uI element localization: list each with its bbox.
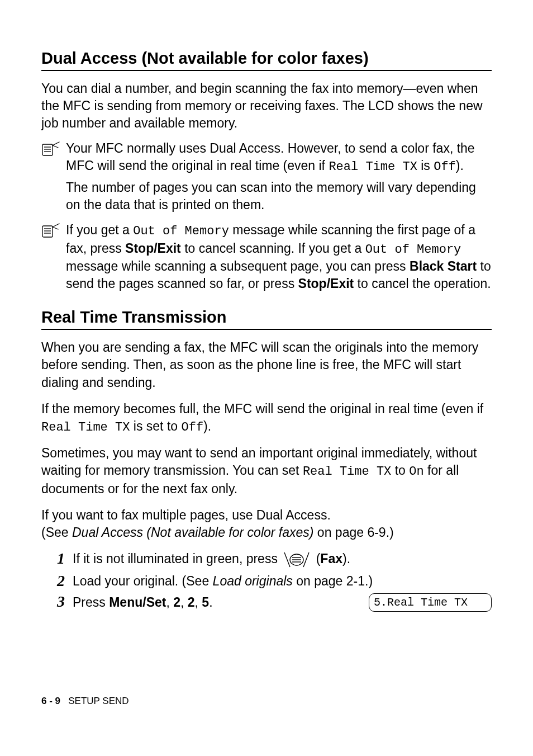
step-1: 1 If it is not illuminated in green, pre… (41, 550, 492, 569)
text: on page 2-1.) (293, 574, 373, 588)
paragraph-rtx-2: If the memory becomes full, the MFC will… (41, 400, 492, 436)
text: message while scanning a subsequent page… (66, 259, 410, 273)
mono-text: On (409, 465, 423, 479)
mono-text: Real Time TX (41, 420, 130, 434)
bold-text: Menu/Set (109, 595, 166, 609)
text: on page 6-9.) (313, 525, 393, 540)
text: to cancel the operation. (354, 276, 491, 291)
mono-text: Real Time TX (303, 465, 391, 479)
step-3: 3 Press Menu/Set, 2, 2, 5. 5.Real Time T… (41, 593, 492, 612)
bold-text: Black Start (410, 259, 477, 273)
fax-key-icon (283, 550, 310, 569)
paragraph-rtx-1: When you are sending a fax, the MFC will… (41, 339, 492, 391)
note-icon (41, 140, 66, 214)
paragraph-rtx-3: Sometimes, you may want to send an impor… (41, 445, 492, 498)
cross-ref: Dual Access (Not available for color fax… (72, 525, 314, 540)
mono-text: Off (181, 420, 203, 434)
manual-page: Dual Access (Not available for color fax… (0, 0, 533, 756)
bold-text: 2 (173, 595, 180, 609)
step-body: Load your original. (See Load originals … (73, 573, 492, 590)
paragraph-dual-access-intro: You can dial a number, and begin scannin… (41, 80, 492, 132)
text: ). (203, 419, 211, 433)
mono-text: Out of Memory (365, 243, 461, 257)
step-2: 2 Load your original. (See Load original… (41, 573, 492, 590)
text: If you want to fax multiple pages, use D… (41, 508, 331, 522)
heading-dual-access: Dual Access (Not available for color fax… (41, 49, 492, 71)
heading-real-time-tx: Real Time Transmission (41, 308, 492, 330)
svg-rect-4 (42, 226, 53, 237)
mono-text: Out of Memory (133, 224, 229, 238)
text: , (195, 595, 202, 609)
step-body: Press Menu/Set, 2, 2, 5. 5.Real Time TX (73, 593, 492, 612)
note2-para: If you get a Out of Memory message while… (66, 221, 492, 292)
section-label: SETUP SEND (68, 696, 129, 706)
mono-text: Real Time TX (329, 160, 417, 174)
bold-text: 5 (202, 595, 209, 609)
text: is set to (130, 419, 181, 433)
text: ). (456, 158, 464, 173)
text: , (180, 595, 188, 609)
mono-text: Off (434, 160, 456, 174)
text: Press (73, 595, 109, 609)
bold-text: Stop/Exit (125, 241, 181, 256)
step-list: 1 If it is not illuminated in green, pre… (41, 550, 492, 612)
text: is (417, 158, 434, 173)
text: If it is not illuminated in green, press (73, 551, 281, 566)
text: ). (342, 551, 350, 566)
note-block-2: If you get a Out of Memory message while… (41, 221, 492, 292)
bold-text: Stop/Exit (298, 276, 354, 291)
bold-text: Fax (320, 551, 342, 566)
step-body: If it is not illuminated in green, press… (73, 550, 492, 569)
note1-para2: The number of pages you can scan into th… (66, 179, 492, 214)
svg-rect-0 (42, 144, 53, 155)
text: If you get a (66, 223, 133, 237)
cross-ref: Load originals (213, 574, 293, 588)
bold-text: 2 (188, 595, 195, 609)
text: to cancel scanning. If you get a (181, 241, 365, 256)
text: Load your original. (See (73, 574, 213, 588)
text: . (209, 595, 212, 609)
page-footer: 6 - 9 SETUP SEND (41, 696, 129, 707)
text: to (391, 463, 409, 478)
step-number: 1 (41, 550, 73, 568)
note-block-1: Your MFC normally uses Dual Access. Howe… (41, 140, 492, 214)
note-icon (41, 221, 66, 292)
step-number: 3 (41, 593, 73, 611)
step-number: 2 (41, 573, 73, 590)
paragraph-rtx-4: If you want to fax multiple pages, use D… (41, 507, 492, 541)
note1-para1: Your MFC normally uses Dual Access. Howe… (66, 140, 492, 176)
lcd-display: 5.Real Time TX (369, 593, 492, 612)
text: , (166, 595, 173, 609)
text: If the memory becomes full, the MFC will… (41, 401, 483, 416)
text: (See (41, 525, 72, 540)
page-number: 6 - 9 (41, 696, 60, 706)
